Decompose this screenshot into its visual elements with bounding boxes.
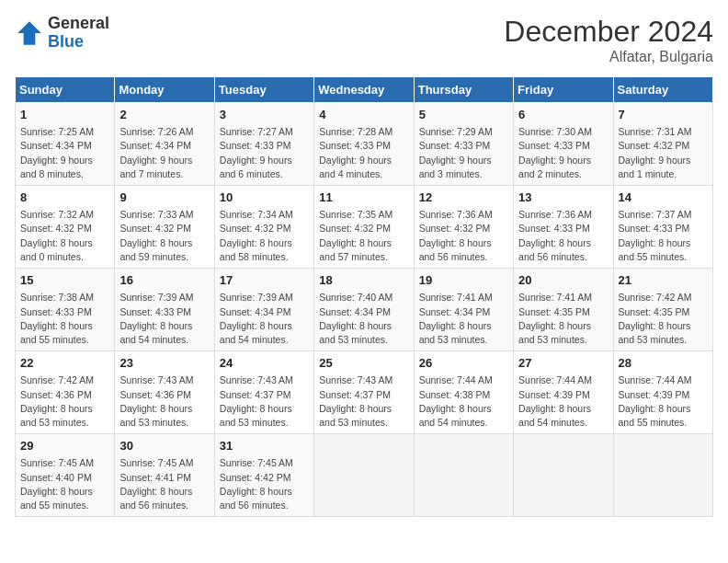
day-info: Sunrise: 7:34 AMSunset: 4:32 PMDaylight:… [220,208,309,264]
calendar-cell: 7Sunrise: 7:31 AMSunset: 4:32 PMDaylight… [613,103,712,186]
logo-blue-text: Blue [48,33,109,52]
day-info: Sunrise: 7:29 AMSunset: 4:33 PMDaylight:… [419,125,508,181]
day-number: 8 [20,190,109,206]
svg-marker-0 [17,21,41,45]
calendar-cell: 22Sunrise: 7:42 AMSunset: 4:36 PMDayligh… [16,351,115,434]
calendar-cell: 14Sunrise: 7:37 AMSunset: 4:33 PMDayligh… [613,186,712,269]
day-info: Sunrise: 7:37 AMSunset: 4:33 PMDaylight:… [619,208,708,264]
logo-general-text: General [48,15,109,33]
calendar-cell [613,434,712,517]
day-info: Sunrise: 7:36 AMSunset: 4:32 PMDaylight:… [419,208,508,264]
calendar-cell: 17Sunrise: 7:39 AMSunset: 4:34 PMDayligh… [214,269,313,351]
day-info: Sunrise: 7:43 AMSunset: 4:37 PMDaylight:… [319,373,408,430]
calendar-cell [314,434,414,517]
day-number: 16 [119,272,209,289]
day-info: Sunrise: 7:44 AMSunset: 4:38 PMDaylight:… [419,373,508,430]
calendar-week-5: 29Sunrise: 7:45 AMSunset: 4:40 PMDayligh… [16,434,713,517]
header-friday: Friday [514,77,613,103]
day-info: Sunrise: 7:30 AMSunset: 4:33 PMDaylight:… [518,125,608,181]
day-number: 18 [319,272,408,289]
day-info: Sunrise: 7:39 AMSunset: 4:33 PMDaylight:… [119,291,209,347]
calendar-cell: 1Sunrise: 7:25 AMSunset: 4:34 PMDaylight… [16,103,115,186]
day-info: Sunrise: 7:38 AMSunset: 4:33 PMDaylight:… [20,291,109,347]
calendar-cell: 18Sunrise: 7:40 AMSunset: 4:34 PMDayligh… [314,269,414,351]
header-saturday: Saturday [613,77,712,103]
day-number: 10 [220,190,309,206]
calendar-cell: 11Sunrise: 7:35 AMSunset: 4:32 PMDayligh… [314,186,414,269]
header-thursday: Thursday [414,77,513,103]
day-info: Sunrise: 7:36 AMSunset: 4:33 PMDaylight:… [518,208,608,264]
calendar-cell [514,434,613,517]
day-number: 22 [20,355,109,372]
calendar-cell: 12Sunrise: 7:36 AMSunset: 4:32 PMDayligh… [414,186,513,269]
day-info: Sunrise: 7:41 AMSunset: 4:34 PMDaylight:… [419,291,508,347]
day-number: 9 [119,190,209,206]
day-info: Sunrise: 7:27 AMSunset: 4:33 PMDaylight:… [220,125,309,181]
header-monday: Monday [115,77,214,103]
calendar-cell: 25Sunrise: 7:43 AMSunset: 4:37 PMDayligh… [314,351,414,434]
day-number: 26 [419,355,508,372]
day-number: 12 [419,190,508,206]
day-number: 27 [518,355,608,372]
day-info: Sunrise: 7:42 AMSunset: 4:36 PMDaylight:… [20,373,109,430]
calendar-cell: 20Sunrise: 7:41 AMSunset: 4:35 PMDayligh… [514,269,613,351]
day-info: Sunrise: 7:33 AMSunset: 4:32 PMDaylight:… [119,208,209,264]
logo-icon [15,18,44,48]
day-number: 11 [319,190,408,206]
day-number: 24 [220,355,309,372]
calendar-cell: 26Sunrise: 7:44 AMSunset: 4:38 PMDayligh… [414,351,513,434]
day-info: Sunrise: 7:43 AMSunset: 4:37 PMDaylight:… [220,373,309,430]
calendar-cell: 3Sunrise: 7:27 AMSunset: 4:33 PMDaylight… [214,103,313,186]
calendar-cell: 2Sunrise: 7:26 AMSunset: 4:34 PMDaylight… [115,103,214,186]
day-info: Sunrise: 7:45 AMSunset: 4:40 PMDaylight:… [20,456,109,512]
day-info: Sunrise: 7:32 AMSunset: 4:32 PMDaylight:… [20,208,109,264]
calendar-cell [414,434,513,517]
day-number: 7 [619,107,708,123]
calendar-cell: 9Sunrise: 7:33 AMSunset: 4:32 PMDaylight… [115,186,214,269]
calendar-week-1: 1Sunrise: 7:25 AMSunset: 4:34 PMDaylight… [16,103,713,186]
day-info: Sunrise: 7:42 AMSunset: 4:35 PMDaylight:… [619,291,708,347]
day-number: 21 [619,272,708,289]
calendar-cell: 15Sunrise: 7:38 AMSunset: 4:33 PMDayligh… [16,269,115,351]
calendar-cell: 31Sunrise: 7:45 AMSunset: 4:42 PMDayligh… [214,434,313,517]
calendar-week-4: 22Sunrise: 7:42 AMSunset: 4:36 PMDayligh… [16,351,713,434]
day-number: 20 [518,272,608,289]
calendar-cell: 10Sunrise: 7:34 AMSunset: 4:32 PMDayligh… [214,186,313,269]
day-info: Sunrise: 7:43 AMSunset: 4:36 PMDaylight:… [119,373,209,430]
calendar-table: SundayMondayTuesdayWednesdayThursdayFrid… [15,76,713,517]
title-block: December 2024 Alfatar, Bulgaria [504,15,713,65]
day-number: 15 [20,272,109,289]
calendar-cell: 16Sunrise: 7:39 AMSunset: 4:33 PMDayligh… [115,269,214,351]
calendar-cell: 5Sunrise: 7:29 AMSunset: 4:33 PMDaylight… [414,103,513,186]
day-number: 4 [319,107,408,123]
day-number: 17 [220,272,309,289]
calendar-cell: 13Sunrise: 7:36 AMSunset: 4:33 PMDayligh… [514,186,613,269]
day-info: Sunrise: 7:44 AMSunset: 4:39 PMDaylight:… [518,373,608,430]
calendar-cell: 4Sunrise: 7:28 AMSunset: 4:33 PMDaylight… [314,103,414,186]
calendar-cell: 29Sunrise: 7:45 AMSunset: 4:40 PMDayligh… [16,434,115,517]
day-info: Sunrise: 7:45 AMSunset: 4:42 PMDaylight:… [220,456,309,512]
day-info: Sunrise: 7:44 AMSunset: 4:39 PMDaylight:… [619,373,708,430]
day-number: 28 [619,355,708,372]
calendar-header-row: SundayMondayTuesdayWednesdayThursdayFrid… [16,77,713,103]
header-tuesday: Tuesday [214,77,313,103]
day-info: Sunrise: 7:26 AMSunset: 4:34 PMDaylight:… [119,125,209,181]
day-number: 13 [518,190,608,206]
day-info: Sunrise: 7:39 AMSunset: 4:34 PMDaylight:… [220,291,309,347]
day-number: 23 [119,355,209,372]
logo: General Blue [15,15,109,52]
day-info: Sunrise: 7:31 AMSunset: 4:32 PMDaylight:… [619,125,708,181]
calendar-cell: 19Sunrise: 7:41 AMSunset: 4:34 PMDayligh… [414,269,513,351]
day-number: 3 [220,107,309,123]
day-number: 2 [119,107,209,123]
day-number: 1 [20,107,109,123]
day-number: 30 [119,438,209,454]
day-number: 19 [419,272,508,289]
month-title: December 2024 [504,15,713,49]
day-number: 29 [20,438,109,454]
calendar-cell: 30Sunrise: 7:45 AMSunset: 4:41 PMDayligh… [115,434,214,517]
calendar-cell: 6Sunrise: 7:30 AMSunset: 4:33 PMDaylight… [514,103,613,186]
calendar-cell: 28Sunrise: 7:44 AMSunset: 4:39 PMDayligh… [613,351,712,434]
header-sunday: Sunday [16,77,115,103]
day-number: 25 [319,355,408,372]
